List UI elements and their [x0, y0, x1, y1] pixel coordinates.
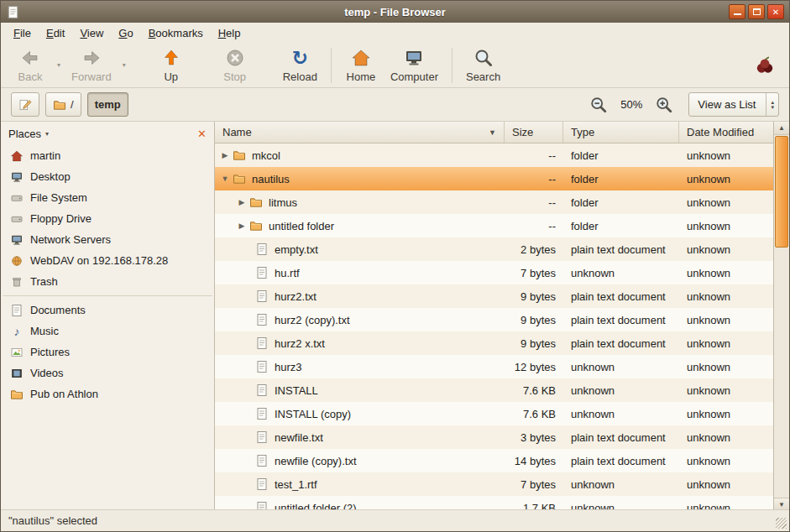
sidebar-item-pub[interactable]: Pub on Athlon	[1, 383, 214, 404]
table-row[interactable]: hurz3 12 bytes unknown unknown	[215, 355, 775, 378]
sidebar-item-file-system[interactable]: File System	[1, 187, 214, 208]
table-row[interactable]: test_1.rtf 7 bytes unknown unknown	[215, 472, 775, 496]
sidebar-item-webdav[interactable]: WebDAV on 192.168.178.28	[1, 250, 214, 271]
filesystem-icon	[10, 191, 24, 205]
text-file-icon	[255, 383, 269, 397]
computer-button[interactable]: Computer	[384, 45, 445, 86]
file-list: Name ▼ Size Type Date Modified ▶mkcol --…	[215, 122, 775, 511]
minimize-button[interactable]	[729, 4, 746, 19]
documents-icon	[10, 304, 24, 317]
sidebar-item-pictures[interactable]: Pictures	[1, 342, 214, 362]
folder-icon	[53, 98, 66, 112]
expander-collapsed-icon[interactable]: ▶	[219, 151, 231, 159]
forward-dropdown-button[interactable]: ▾	[118, 47, 130, 84]
zoom-in-icon	[655, 96, 673, 114]
sidebar-item-trash[interactable]: Trash	[1, 271, 214, 292]
location-bar: / temp 50% View as List ▴▾	[1, 88, 789, 122]
table-row[interactable]: INSTALL (copy) 7.6 KB unknown unknown	[215, 402, 775, 425]
maximize-button[interactable]	[748, 4, 765, 19]
table-row-selected[interactable]: ▼nautilus -- folder unknown	[215, 167, 775, 190]
chevron-down-icon: ▾	[45, 130, 49, 138]
sidebar-item-documents[interactable]: Documents	[1, 300, 214, 321]
vertical-scrollbar[interactable]: ▲ ▼	[773, 122, 789, 511]
menu-view[interactable]: View	[72, 24, 111, 42]
table-row[interactable]: hurz2.txt 9 bytes plain text document un…	[215, 284, 775, 308]
window-icon	[6, 5, 20, 19]
menu-edit[interactable]: Edit	[39, 24, 72, 42]
table-row[interactable]: INSTALL 7.6 KB unknown unknown	[215, 378, 775, 402]
text-file-icon	[255, 336, 269, 350]
places-dropdown[interactable]: Places	[8, 128, 41, 140]
table-row[interactable]: hurz2 (copy).txt 9 bytes plain text docu…	[215, 308, 775, 331]
path-button-temp[interactable]: temp	[87, 92, 128, 117]
zoom-in-button[interactable]	[654, 95, 674, 115]
titlebar[interactable]: temp - File Browser ✕	[1, 1, 789, 23]
table-row[interactable]: newfile.txt 3 bytes plain text document …	[215, 425, 775, 449]
home-icon	[10, 149, 24, 163]
table-row[interactable]: hurz2 x.txt 9 bytes plain text document …	[215, 331, 775, 355]
share-icon	[10, 388, 24, 401]
search-button[interactable]: Search	[459, 45, 507, 86]
back-icon	[20, 48, 40, 68]
table-row[interactable]: ▶untitled folder -- folder unknown	[215, 214, 775, 237]
expander-collapsed-icon[interactable]: ▶	[236, 222, 248, 230]
sidebar-item-martin[interactable]: martin	[1, 145, 214, 166]
column-header-type[interactable]: Type	[563, 122, 679, 143]
view-mode-select[interactable]: View as List ▴▾	[688, 92, 779, 117]
back-dropdown-button[interactable]: ▾	[53, 47, 65, 84]
menu-help[interactable]: Help	[211, 24, 249, 42]
close-button[interactable]: ✕	[767, 4, 784, 19]
edit-location-button[interactable]	[11, 92, 39, 117]
back-button[interactable]: Back	[8, 45, 53, 86]
maximize-icon	[753, 8, 761, 15]
table-row[interactable]: newfile (copy).txt 14 bytes plain text d…	[215, 449, 775, 472]
spinner-arrows-icon: ▴▾	[766, 93, 778, 116]
menu-file[interactable]: File	[6, 24, 39, 42]
scroll-up-button[interactable]: ▲	[774, 122, 789, 135]
table-row[interactable]: ▶litmus -- folder unknown	[215, 190, 775, 214]
reload-button[interactable]: ↻ Reload	[276, 45, 324, 86]
chevron-down-icon: ▾	[57, 61, 60, 69]
arrow-down-icon: ▼	[778, 501, 785, 509]
home-button[interactable]: Home	[338, 45, 384, 86]
forward-icon	[81, 48, 102, 68]
menu-go[interactable]: Go	[111, 24, 140, 42]
zoom-out-button[interactable]	[589, 95, 609, 115]
expander-collapsed-icon[interactable]: ▶	[236, 198, 248, 206]
expander-expanded-icon[interactable]: ▼	[219, 175, 231, 183]
table-row[interactable]: ▶mkcol -- folder unknown	[215, 143, 775, 167]
menu-bookmarks[interactable]: Bookmarks	[141, 24, 211, 42]
arrow-up-icon: ▲	[778, 124, 785, 132]
table-row[interactable]: empty.txt 2 bytes plain text document un…	[215, 237, 775, 261]
sidebar-item-music[interactable]: ♪ Music	[1, 321, 214, 342]
computer-icon	[404, 48, 424, 68]
toolbar-separator	[331, 48, 332, 83]
up-icon	[161, 48, 181, 68]
column-header-date[interactable]: Date Modified	[679, 122, 775, 143]
table-row[interactable]: hu.rtf 7 bytes unknown unknown	[215, 261, 775, 284]
pictures-icon	[10, 346, 24, 359]
up-button[interactable]: Up	[149, 45, 194, 86]
minimize-icon	[734, 8, 741, 15]
statusbar: "nautilus" selected	[1, 509, 789, 531]
zoom-out-icon	[589, 96, 608, 114]
scrollbar-thumb[interactable]	[775, 136, 788, 248]
throbber-icon	[754, 55, 776, 76]
chevron-down-icon: ▾	[123, 61, 126, 69]
text-file-icon	[255, 477, 269, 491]
forward-button[interactable]: Forward	[65, 45, 118, 86]
column-header-size[interactable]: Size	[505, 122, 563, 143]
sidebar-item-videos[interactable]: Videos	[1, 362, 214, 383]
sidebar-item-network[interactable]: Network Servers	[1, 229, 214, 250]
sidebar-close-button[interactable]: ✕	[197, 128, 207, 140]
sidebar-item-floppy[interactable]: Floppy Drive	[1, 208, 214, 229]
column-header-name[interactable]: Name ▼	[215, 122, 505, 143]
window-title: temp - File Browser	[1, 6, 789, 18]
text-file-icon	[255, 289, 269, 303]
zoom-level: 50%	[616, 98, 646, 111]
path-button-root[interactable]: /	[45, 92, 81, 117]
sidebar-item-desktop[interactable]: Desktop	[1, 166, 214, 187]
text-file-icon	[255, 430, 269, 444]
resize-grip[interactable]	[776, 518, 787, 529]
stop-button[interactable]: Stop	[212, 45, 258, 86]
